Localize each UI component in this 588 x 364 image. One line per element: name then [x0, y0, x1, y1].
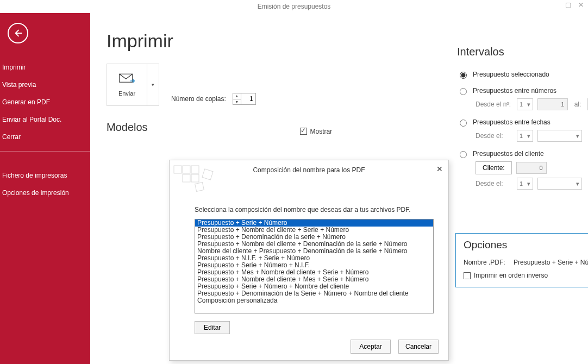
opciones-heading: Opciones — [464, 239, 588, 251]
cliente-id-input[interactable]: 0 — [516, 162, 547, 174]
list-item[interactable]: Composición personalizada — [195, 297, 433, 304]
sidebar-item-1[interactable]: Vista previa — [0, 76, 90, 93]
reverse-order-checkbox[interactable]: Imprimir en orden inverso — [464, 272, 588, 279]
close-icon[interactable]: ✕ — [577, 1, 585, 9]
pdf-name-value: Presupuesto + Serie + Número — [514, 259, 588, 266]
cliente-button[interactable]: Cliente: — [476, 161, 512, 174]
spin-down-icon[interactable]: ▼ — [233, 99, 241, 105]
pdf-name-dialog: Composición del nombre para los PDF ✕ Se… — [169, 160, 449, 361]
sidebar-item-2[interactable]: Generar en PDF — [0, 93, 90, 111]
minimize-icon[interactable]: ▢ — [564, 1, 572, 9]
envelope-icon — [119, 73, 135, 87]
checkbox-icon — [300, 128, 307, 135]
checkbox-icon — [464, 272, 471, 279]
date-from-dropdown[interactable]: ▾ — [537, 130, 582, 142]
copies-input[interactable] — [241, 93, 255, 104]
radio-entre-fechas[interactable]: Presupuestos entre fechas — [457, 118, 588, 127]
spin-up-icon[interactable]: ▲ — [233, 93, 241, 99]
sidebar-item-4[interactable]: Cerrar — [0, 128, 90, 146]
edit-button[interactable]: Editar — [195, 321, 230, 334]
back-button[interactable] — [8, 23, 28, 43]
serie-from-dropdown[interactable]: 1▾ — [517, 98, 533, 110]
radio-presupuesto-seleccionado[interactable]: Presupuesto seleccionado — [457, 70, 588, 79]
dialog-title: Composición del nombre para los PDF — [253, 166, 365, 174]
num-from-input[interactable]: 1 — [537, 98, 568, 110]
modelos-heading: Modelos — [107, 121, 148, 134]
copies-label: Número de copias: — [171, 95, 226, 103]
sidebar: ImprimirVista previaGenerar en PDFEnviar… — [0, 13, 90, 364]
sidebar-item2-1[interactable]: Opciones de impresión — [0, 184, 90, 202]
serie-date-dropdown[interactable]: 1▾ — [517, 130, 533, 142]
sidebar-item2-0[interactable]: Fichero de impresoras — [0, 167, 90, 184]
svg-rect-7 — [195, 183, 204, 192]
send-dropdown[interactable]: ▾ — [147, 64, 159, 106]
sidebar-item-0[interactable]: Imprimir — [0, 59, 90, 76]
copies-spinner[interactable]: ▲▼ — [233, 93, 256, 105]
dialog-close-icon[interactable]: ✕ — [436, 165, 443, 173]
radio-del-cliente[interactable]: Presupuestos del cliente — [457, 149, 588, 158]
window-title: Emisión de presupuestos — [258, 3, 331, 10]
date-cliente-from-dropdown[interactable]: ▾ — [537, 178, 582, 190]
sidebar-item-3[interactable]: Enviar al Portal Doc. — [0, 111, 90, 128]
intervalos-heading: Intervalos — [457, 46, 588, 58]
cancel-button[interactable]: Cancelar — [398, 340, 439, 354]
radio-entre-numeros[interactable]: Presupuestos entre números — [457, 86, 588, 95]
show-checkbox[interactable]: Mostrar — [300, 128, 333, 135]
dialog-instruction: Selecciona la composición del nombre que… — [195, 206, 427, 214]
opciones-panel: Opciones Nombre .PDF: Presupuesto + Seri… — [455, 233, 588, 287]
send-label: Enviar — [118, 90, 135, 97]
send-button[interactable]: Enviar — [107, 64, 147, 106]
ok-button[interactable]: Aceptar — [351, 340, 391, 354]
pdf-name-listbox[interactable]: Presupuesto + Serie + NúmeroPresupuesto … — [195, 219, 434, 313]
serie-cliente-dropdown[interactable]: 1▾ — [517, 178, 533, 190]
